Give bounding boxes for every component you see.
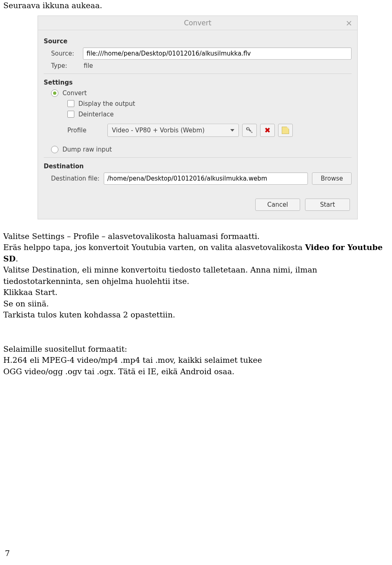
convert-dialog: Convert × Source Source: Type: file Sett…	[38, 16, 358, 219]
convert-radio-label: Convert	[62, 89, 87, 97]
body-text-span: .	[16, 254, 18, 263]
convert-radio[interactable]	[51, 89, 58, 97]
dump-raw-radio[interactable]	[51, 146, 58, 153]
deinterlace-label: Deinterlace	[78, 111, 114, 118]
body-text: Klikkaa Start.	[3, 287, 389, 298]
browse-button[interactable]: Browse	[312, 172, 352, 185]
body-text: Tarkista tulos kuten kohdassa 2 opastett…	[3, 309, 389, 321]
chevron-down-icon	[230, 129, 234, 132]
divider	[44, 157, 352, 158]
close-icon[interactable]: ×	[345, 16, 352, 30]
source-input[interactable]	[83, 47, 352, 60]
body-text: Valitse Settings – Profile – alasvetoval…	[3, 231, 389, 242]
profile-label: Profile	[67, 127, 104, 134]
body-text: H.264 eli MPEG-4 video/mp4 .mp4 tai .mov…	[3, 355, 389, 366]
dump-raw-label: Dump raw input	[62, 146, 112, 153]
display-output-label: Display the output	[78, 100, 135, 107]
type-label: Type:	[51, 62, 79, 69]
new-note-icon	[282, 127, 289, 134]
body-text: Se on siinä.	[3, 298, 389, 310]
formats-heading: Selaimille suositellut formaatit:	[3, 344, 389, 355]
profile-select[interactable]: Video - VP80 + Vorbis (Webm)	[107, 124, 239, 137]
deinterlace-checkbox[interactable]	[67, 111, 74, 118]
destination-section-header: Destination	[44, 163, 352, 170]
destination-input[interactable]	[104, 172, 308, 185]
titlebar: Convert ×	[38, 16, 357, 30]
start-button[interactable]: Start	[305, 199, 350, 211]
settings-section-header: Settings	[44, 79, 352, 86]
page-number: 7	[5, 549, 10, 558]
cancel-button[interactable]: Cancel	[255, 199, 300, 211]
body-text-span: Eräs helppo tapa, jos konvertoit Youtubi…	[3, 243, 305, 252]
destination-label: Destination file:	[51, 175, 100, 182]
source-label: Source:	[51, 50, 79, 57]
new-profile-button[interactable]	[278, 124, 293, 137]
body-text: Eräs helppo tapa, jos konvertoit Youtubi…	[3, 242, 389, 264]
delete-profile-button[interactable]: ✖	[260, 124, 275, 137]
edit-profile-button[interactable]	[242, 124, 257, 137]
source-section-header: Source	[44, 38, 352, 45]
divider	[44, 74, 352, 74]
x-icon: ✖	[264, 127, 270, 134]
display-output-checkbox[interactable]	[67, 100, 74, 107]
intro-text: Seuraava ikkuna aukeaa.	[3, 0, 389, 11]
window-title: Convert	[184, 19, 211, 27]
body-text: OGG video/ogg .ogv tai .ogx. Tätä ei IE,…	[3, 366, 389, 377]
type-value: file	[83, 62, 93, 69]
profile-select-value: Video - VP80 + Vorbis (Webm)	[112, 127, 205, 134]
body-text: Valitse Destination, eli minne konvertoi…	[3, 264, 389, 287]
tools-icon	[246, 127, 253, 134]
